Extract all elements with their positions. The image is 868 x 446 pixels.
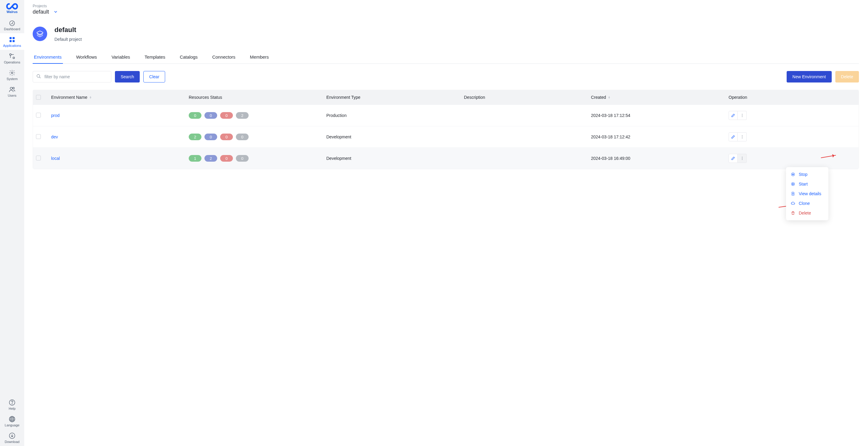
svg-point-6 <box>13 57 15 59</box>
svg-point-22 <box>742 157 743 158</box>
col-created[interactable]: Created▲▼ <box>591 95 728 100</box>
edit-button[interactable] <box>728 111 738 120</box>
status-badge: 0 <box>189 112 202 119</box>
status-badge: 0 <box>236 155 249 162</box>
table-row: local 1 2 0 0 Development 2024-03-18 16:… <box>33 147 859 169</box>
svg-point-18 <box>742 116 743 117</box>
operations-icon <box>9 53 16 60</box>
sidebar-item-download[interactable]: Download <box>0 430 24 446</box>
svg-point-7 <box>11 72 13 74</box>
infinity-icon <box>6 3 18 10</box>
sidebar-item-dashboard[interactable]: Dashboard <box>0 16 24 33</box>
main-content: Projects default default Default project… <box>24 0 868 446</box>
status-badge: 0 <box>205 134 217 140</box>
status-badge: 0 <box>236 134 249 140</box>
status-badge: 0 <box>205 112 217 119</box>
menu-stop[interactable]: Stop <box>786 170 828 179</box>
search-button[interactable]: Search <box>115 71 140 82</box>
environments-table: Environment Name▲▼ Resources Status Envi… <box>33 90 859 169</box>
tab-workflows[interactable]: Workflows <box>75 52 98 64</box>
col-status: Resources Status <box>189 95 326 100</box>
tab-variables[interactable]: Variables <box>111 52 131 64</box>
status-badges: 0 0 0 2 <box>189 112 326 119</box>
col-name[interactable]: Environment Name▲▼ <box>51 95 189 100</box>
status-badges: 2 0 0 0 <box>189 134 326 140</box>
sidebar-item-users[interactable]: Users <box>0 83 24 100</box>
row-checkbox[interactable] <box>36 156 41 161</box>
search-icon <box>36 74 41 80</box>
environment-created: 2024-03-18 16:49:00 <box>591 156 728 161</box>
environment-link[interactable]: local <box>51 156 189 161</box>
environment-link[interactable]: dev <box>51 134 189 139</box>
more-actions-button[interactable] <box>738 111 747 120</box>
edit-button[interactable] <box>728 132 738 141</box>
svg-point-21 <box>742 138 743 138</box>
status-badge: 2 <box>236 112 249 119</box>
environment-link[interactable]: prod <box>51 113 189 118</box>
environment-type: Development <box>326 156 464 161</box>
svg-rect-2 <box>13 37 15 39</box>
tabs: Environments Workflows Variables Templat… <box>33 52 859 64</box>
svg-point-11 <box>12 404 12 404</box>
svg-point-17 <box>742 115 743 116</box>
tab-members[interactable]: Members <box>249 52 270 64</box>
brand-logo[interactable]: Walrus <box>6 0 18 16</box>
status-badge: 0 <box>220 112 233 119</box>
gear-icon <box>9 69 16 76</box>
environment-type: Production <box>326 113 464 118</box>
help-icon <box>9 399 16 406</box>
sidebar-item-help[interactable]: Help <box>0 396 24 413</box>
svg-point-9 <box>13 87 14 89</box>
apps-icon <box>9 36 16 43</box>
more-actions-button[interactable] <box>738 132 747 141</box>
project-selector[interactable]: default <box>33 9 58 15</box>
sidebar-item-language[interactable]: Language <box>0 413 24 430</box>
environment-type: Development <box>326 134 464 139</box>
menu-clone[interactable]: Clone <box>786 199 828 208</box>
svg-rect-1 <box>10 37 12 39</box>
row-checkbox[interactable] <box>36 134 41 139</box>
svg-point-23 <box>742 158 743 159</box>
breadcrumb: Projects <box>33 4 859 8</box>
brand-name: Walrus <box>6 10 18 13</box>
svg-point-20 <box>742 137 743 137</box>
svg-point-19 <box>742 135 743 136</box>
delete-button[interactable]: Delete <box>835 71 859 82</box>
sort-icon: ▲▼ <box>89 96 92 99</box>
project-title: default <box>55 26 82 34</box>
project-selector-value: default <box>33 9 49 15</box>
sidebar-item-applications[interactable]: Applications <box>0 33 24 50</box>
cloud-icon <box>791 201 796 205</box>
table-header: Environment Name▲▼ Resources Status Envi… <box>33 90 859 105</box>
environment-created: 2024-03-18 17:12:42 <box>591 134 728 139</box>
edit-button[interactable] <box>728 154 738 163</box>
row-checkbox[interactable] <box>36 113 41 117</box>
status-badge: 0 <box>220 155 233 162</box>
table-row: prod 0 0 0 2 Production 2024-03-18 17:12… <box>33 105 859 126</box>
clear-button[interactable]: Clear <box>143 71 165 82</box>
col-desc: Description <box>464 95 591 100</box>
tab-environments[interactable]: Environments <box>33 52 63 64</box>
sidebar: Walrus Dashboard Applications Operations <box>0 0 24 446</box>
menu-delete[interactable]: Delete <box>786 208 828 218</box>
svg-rect-3 <box>10 40 12 42</box>
select-all-checkbox[interactable] <box>36 95 41 100</box>
search-input[interactable] <box>33 71 111 82</box>
sidebar-item-system[interactable]: System <box>0 66 24 83</box>
col-type: Environment Type <box>326 95 464 100</box>
download-icon <box>9 433 16 439</box>
nav-top: Dashboard Applications Operations System… <box>0 16 24 100</box>
sidebar-item-operations[interactable]: Operations <box>0 50 24 66</box>
menu-view-details[interactable]: View details <box>786 189 828 199</box>
new-environment-button[interactable]: New Environment <box>787 71 832 82</box>
svg-point-8 <box>10 87 12 90</box>
tab-catalogs[interactable]: Catalogs <box>179 52 199 64</box>
more-actions-button[interactable] <box>738 154 747 163</box>
table-row: dev 2 0 0 0 Development 2024-03-18 17:12… <box>33 126 859 147</box>
status-badges: 1 2 0 0 <box>189 155 326 162</box>
menu-start[interactable]: Start <box>786 179 828 189</box>
tab-templates[interactable]: Templates <box>143 52 166 64</box>
tab-connectors[interactable]: Connectors <box>211 52 237 64</box>
project-icon <box>33 27 47 41</box>
status-badge: 0 <box>220 134 233 140</box>
